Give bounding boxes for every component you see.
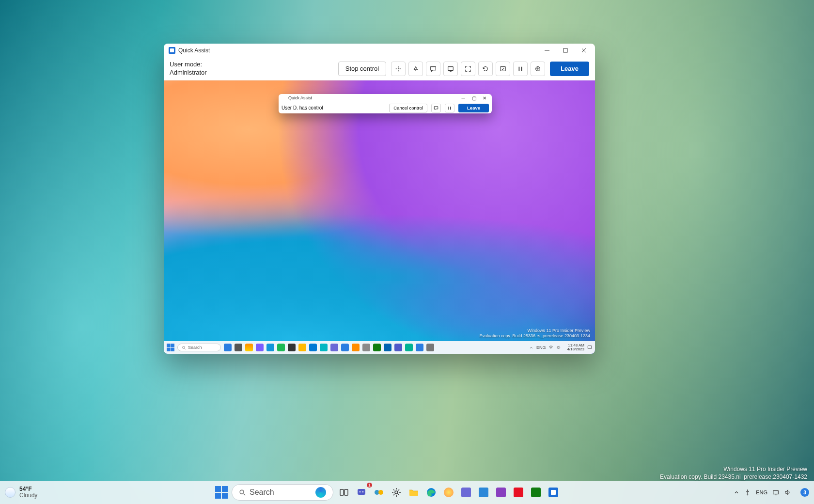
close-button[interactable] [575,44,593,57]
notification-count-badge[interactable]: 3 [800,488,809,497]
search-placeholder: Search [250,488,274,497]
fullscreen-icon[interactable] [461,62,475,76]
remote-taskbar-app-icon[interactable] [224,344,232,351]
annotation-icon[interactable] [408,62,423,76]
remote-search-placeholder: Search [188,345,202,350]
minimize-button[interactable] [538,44,556,57]
taskbar-app-icon[interactable] [494,486,508,499]
remote-taskbar-app-icon[interactable] [405,344,413,351]
remote-taskbar-app-icon[interactable] [373,344,381,351]
quick-assist-app-icon [282,95,286,100]
quick-assist-toolbar: User mode: Administrator Stop control [164,57,595,80]
remote-chat-icon[interactable] [431,104,441,112]
chat-badge: 1 [367,483,372,488]
network-icon[interactable] [772,489,779,496]
svg-point-1 [398,68,399,69]
remote-control-status: User D. has control [282,105,323,110]
actual-size-icon[interactable] [443,62,458,76]
svg-point-5 [183,346,185,348]
chat-icon[interactable] [426,62,440,76]
remote-taskbar-app-icon[interactable] [426,344,434,351]
host-build-watermark: Windows 11 Pro Insider Preview Evaluatio… [660,465,807,481]
edge-icon[interactable] [424,486,438,499]
weather-widget[interactable]: 54°F Cloudy [5,486,82,499]
remote-taskbar-app-icon[interactable] [245,344,253,351]
remote-desktop-viewport[interactable]: Quick Assist ─ ▢ ✕ User D. has control C… [164,80,595,354]
remote-tray-chevron-icon[interactable] [529,346,533,350]
remote-wallpaper [164,80,595,354]
remote-minimize-button[interactable]: ─ [458,94,469,102]
task-view-icon[interactable] [337,486,351,499]
pause-icon[interactable] [513,62,528,76]
taskbar-app-icon[interactable] [529,486,543,499]
settings-app-icon[interactable] [390,486,403,499]
restart-icon[interactable] [478,62,493,76]
remote-taskbar-app-icon[interactable] [330,344,338,351]
remote-taskbar-app-icon[interactable] [288,344,296,351]
volume-icon[interactable] [784,489,791,496]
taskbar-app-icon[interactable] [442,486,455,499]
leave-button[interactable]: Leave [550,62,589,76]
remote-close-button[interactable]: ✕ [479,94,490,102]
quick-assist-titlebar[interactable]: Quick Assist [164,44,595,57]
cancel-control-button[interactable]: Cancel control [389,104,427,112]
remote-taskbar-app-icon[interactable] [277,344,285,351]
search-icon [239,489,246,496]
copilot-icon[interactable] [372,486,386,499]
quick-assist-taskbar-icon[interactable] [547,486,560,499]
remote-maximize-button[interactable]: ▢ [469,94,479,102]
remote-leave-button[interactable]: Leave [458,104,489,112]
maximize-button[interactable] [556,44,575,57]
host-desktop: Quick Assist User mode: Administrator St… [0,0,814,504]
remote-taskbar-app-icon[interactable] [416,344,423,351]
remote-clock[interactable]: 11:48 AM 4/18/2023 [567,344,584,352]
usb-icon[interactable] [744,489,751,496]
remote-quick-assist-window: Quick Assist ─ ▢ ✕ User D. has control C… [279,94,492,113]
remote-wifi-icon[interactable] [548,345,553,350]
quick-assist-window: Quick Assist User mode: Administrator St… [164,44,595,354]
remote-taskbar-app-icon[interactable] [298,344,306,351]
taskbar-app-icon[interactable] [459,486,473,499]
svg-point-7 [240,490,244,494]
remote-taskbar-app-icon[interactable] [362,344,370,351]
remote-taskbar-app-icon[interactable] [394,344,402,351]
task-manager-icon[interactable] [496,62,510,76]
stop-control-button[interactable]: Stop control [338,62,386,76]
remote-taskbar: Search [164,341,595,354]
remote-taskbar-app-icon[interactable] [341,344,349,351]
remote-pause-icon[interactable] [445,104,454,112]
remote-taskbar-app-icon[interactable] [352,344,360,351]
tray-chevron-icon[interactable] [734,489,739,495]
file-explorer-icon[interactable] [407,486,421,499]
weather-condition: Cloudy [19,492,37,499]
svg-rect-8 [340,489,344,495]
taskbar-search-box[interactable]: Search [232,484,333,501]
remote-taskbar-app-icon[interactable] [256,344,264,351]
remote-taskbar-app-icon[interactable] [235,344,242,351]
svg-rect-0 [564,48,567,52]
host-taskbar: 54°F Cloudy Search 1 [0,481,814,504]
svg-point-11 [360,491,361,493]
remote-taskbar-app-icon[interactable] [384,344,391,351]
svg-rect-17 [773,491,779,494]
remote-start-button[interactable] [167,344,174,351]
remote-taskbar-app-icon[interactable] [266,344,274,351]
taskbar-app-icon[interactable] [477,486,490,499]
taskbar-app-icon[interactable] [512,486,525,499]
remote-search-box[interactable]: Search [177,344,221,351]
start-button[interactable] [215,486,228,499]
chat-icon[interactable]: 1 [355,486,368,499]
remote-taskbar-app-icon[interactable] [309,344,317,351]
remote-volume-icon[interactable] [556,345,561,350]
svg-rect-9 [344,489,348,495]
svg-rect-10 [358,489,365,495]
remote-quick-assist-title: Quick Assist [288,95,312,100]
settings-icon[interactable] [531,62,545,76]
remote-notifications-icon[interactable] [587,345,592,350]
remote-taskbar-app-icon[interactable] [320,344,328,351]
remote-language-indicator[interactable]: ENG [536,345,546,350]
language-indicator[interactable]: ENG [756,489,767,495]
svg-point-15 [395,491,398,494]
laser-pointer-icon[interactable] [391,62,406,76]
remote-quick-assist-titlebar[interactable]: Quick Assist ─ ▢ ✕ [279,94,492,102]
